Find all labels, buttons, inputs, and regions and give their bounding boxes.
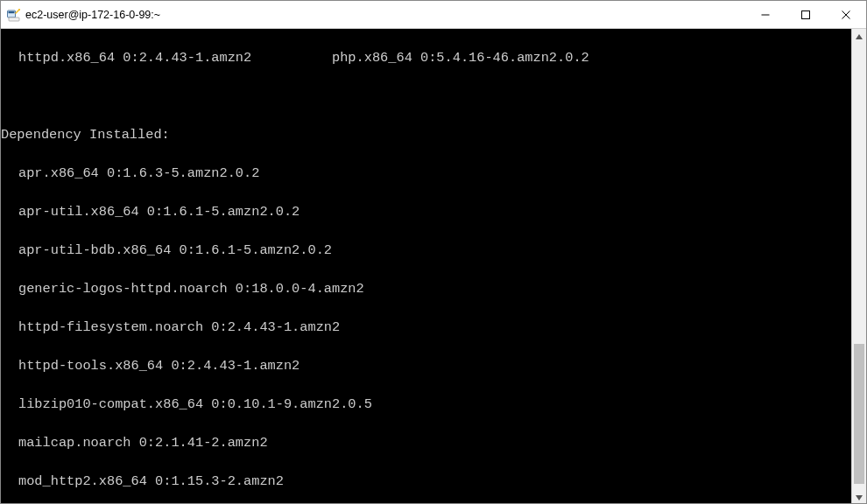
svg-rect-3 <box>9 18 19 21</box>
terminal-line: apr-util.x86_64 0:1.6.1-5.amzn2.0.2 <box>1 202 851 221</box>
terminal-line: generic-logos-httpd.noarch 0:18.0.0-4.am… <box>1 279 851 298</box>
svg-rect-1 <box>9 11 15 13</box>
terminal-line: libzip010-compat.x86_64 0:0.10.1-9.amzn2… <box>1 395 851 414</box>
terminal-line: Dependency Installed: <box>1 125 851 144</box>
terminal-line: mailcap.noarch 0:2.1.41-2.amzn2 <box>1 433 851 452</box>
scroll-up-button[interactable] <box>852 29 866 44</box>
terminal-line: apr.x86_64 0:1.6.3-5.amzn2.0.2 <box>1 164 851 183</box>
scrollbar[interactable] <box>851 29 866 504</box>
scroll-thumb[interactable] <box>854 344 864 484</box>
scroll-down-button[interactable] <box>852 490 866 504</box>
window-titlebar: ec2-user@ip-172-16-0-99:~ <box>1 1 866 29</box>
terminal-line: httpd-tools.x86_64 0:2.4.43-1.amzn2 <box>1 356 851 375</box>
minimize-button[interactable] <box>745 1 786 28</box>
window-title: ec2-user@ip-172-16-0-99:~ <box>25 9 745 21</box>
terminal-line: apr-util-bdb.x86_64 0:1.6.1-5.amzn2.0.2 <box>1 241 851 260</box>
terminal-line: httpd-filesystem.noarch 0:2.4.43-1.amzn2 <box>1 318 851 337</box>
close-button[interactable] <box>826 1 866 28</box>
terminal-line <box>1 87 851 106</box>
terminal[interactable]: httpd.x86_64 0:2.4.43-1.amzn2 php.x86_64… <box>1 29 851 504</box>
svg-point-2 <box>18 8 20 10</box>
content-area: httpd.x86_64 0:2.4.43-1.amzn2 php.x86_64… <box>1 29 866 504</box>
terminal-line: mod_http2.x86_64 0:1.15.3-2.amzn2 <box>1 472 851 491</box>
svg-rect-5 <box>802 10 810 18</box>
terminal-line: httpd.x86_64 0:2.4.43-1.amzn2 php.x86_64… <box>1 48 851 67</box>
maximize-button[interactable] <box>786 1 826 28</box>
app-icon <box>6 8 20 22</box>
window-controls <box>745 1 866 28</box>
